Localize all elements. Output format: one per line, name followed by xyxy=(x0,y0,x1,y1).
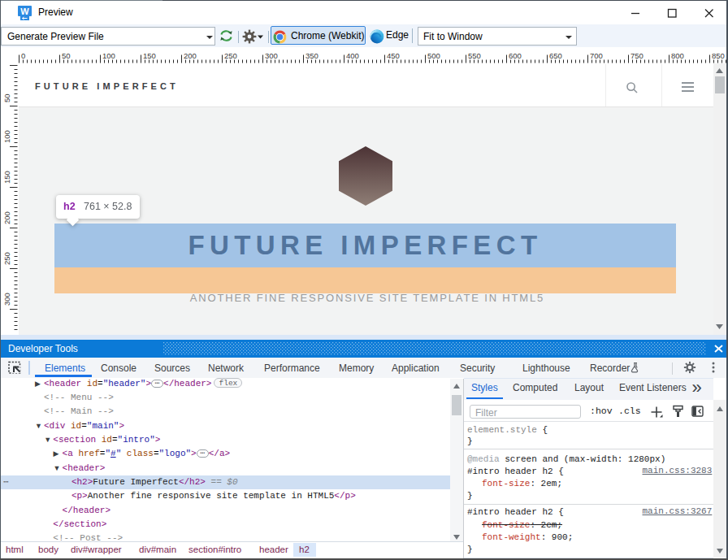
svg-text:50: 50 xyxy=(2,93,11,102)
svg-text:200: 200 xyxy=(2,211,11,224)
svg-text:400: 400 xyxy=(346,51,359,60)
svg-text:100: 100 xyxy=(2,130,11,143)
svg-text:150: 150 xyxy=(2,171,11,184)
svg-text:450: 450 xyxy=(387,51,400,60)
svg-text:600: 600 xyxy=(509,51,522,60)
svg-text:700: 700 xyxy=(590,51,603,60)
svg-text:100: 100 xyxy=(102,51,115,60)
svg-text:650: 650 xyxy=(549,51,562,60)
svg-text:0: 0 xyxy=(21,51,25,60)
svg-text:550: 550 xyxy=(468,51,481,60)
svg-text:50: 50 xyxy=(62,51,71,60)
svg-text:300: 300 xyxy=(2,293,11,306)
svg-text:500: 500 xyxy=(427,51,440,60)
svg-text:300: 300 xyxy=(265,51,278,60)
svg-text:250: 250 xyxy=(2,252,11,265)
svg-text:800: 800 xyxy=(671,51,684,60)
svg-text:150: 150 xyxy=(143,51,156,60)
svg-text:750: 750 xyxy=(630,51,644,60)
svg-text:200: 200 xyxy=(184,51,197,60)
svg-text:350: 350 xyxy=(306,51,318,60)
svg-text:850: 850 xyxy=(712,51,725,60)
svg-text:250: 250 xyxy=(224,51,237,60)
